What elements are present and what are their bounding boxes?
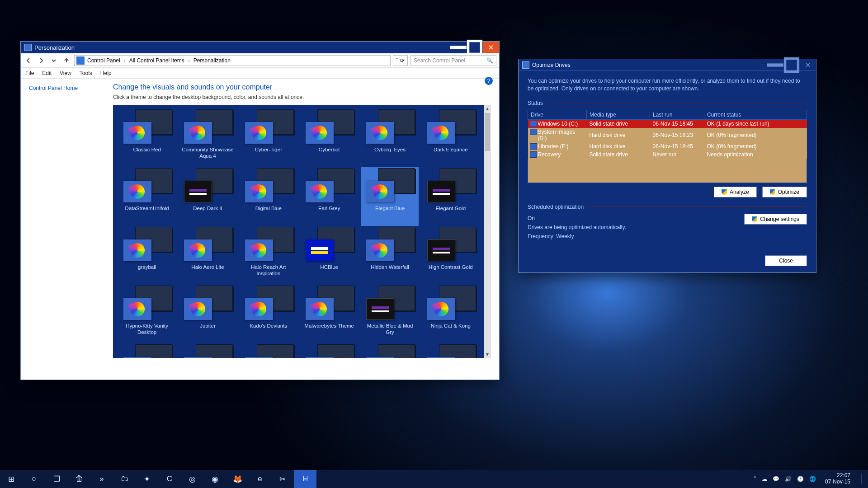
- theme-item[interactable]: [179, 343, 236, 358]
- search-input[interactable]: [414, 57, 486, 64]
- theme-item[interactable]: High Contrast Gold: [422, 226, 479, 285]
- maximize-button[interactable]: [783, 59, 800, 70]
- tray-action-center[interactable]: 💬: [773, 476, 779, 482]
- theme-item[interactable]: Halo Aero Lite: [179, 226, 236, 285]
- theme-item[interactable]: Cyberbot: [301, 108, 358, 167]
- back-button[interactable]: [24, 56, 33, 66]
- breadcrumb-segment[interactable]: Personalization: [193, 57, 231, 64]
- taskbar-task-view[interactable]: ❐: [45, 470, 68, 488]
- dropdown-icon[interactable]: ˅: [396, 57, 398, 64]
- theme-item[interactable]: Elegant Gold: [422, 167, 479, 226]
- shield-icon: [770, 189, 775, 195]
- scroll-down-icon[interactable]: ▾: [484, 351, 491, 358]
- theme-item[interactable]: Earl Grey: [301, 167, 358, 226]
- tray-volume[interactable]: 🔊: [785, 476, 792, 482]
- drive-row[interactable]: Windows 10 (C:)Solid state drive06-Nov-1…: [528, 119, 807, 128]
- theme-item[interactable]: [422, 343, 479, 358]
- theme-item[interactable]: grayball: [118, 226, 175, 285]
- theme-label: Hypno-Kitty Vanity Desktop: [120, 323, 174, 336]
- minimize-button[interactable]: [450, 42, 467, 53]
- change-settings-button[interactable]: Change settings: [744, 214, 807, 225]
- theme-item[interactable]: Dark Elegance: [422, 108, 479, 167]
- analyze-button[interactable]: Analyze: [714, 187, 757, 197]
- theme-item[interactable]: Deep Dark II: [179, 167, 236, 226]
- taskbar-internet-explorer[interactable]: e: [249, 470, 271, 488]
- theme-item[interactable]: [361, 343, 418, 358]
- theme-item[interactable]: Cyborg_Eyes: [361, 108, 418, 167]
- drive-row[interactable]: RecoverySolid state driveNever runNeeds …: [528, 150, 807, 159]
- menu-tools[interactable]: Tools: [80, 70, 92, 76]
- taskbar-file-explorer[interactable]: 🗂: [113, 470, 136, 488]
- theme-item[interactable]: [118, 343, 175, 358]
- theme-item[interactable]: Metallic Blue & Mud Gry: [361, 285, 418, 343]
- col-media[interactable]: Media type: [587, 110, 650, 119]
- tray-network[interactable]: 🌐: [809, 476, 816, 482]
- up-button[interactable]: [61, 56, 71, 66]
- taskbar-cortana[interactable]: ○: [23, 470, 45, 488]
- maximize-button[interactable]: [467, 42, 483, 53]
- taskbar-firefox[interactable]: 🦊: [226, 470, 249, 488]
- taskbar-app-snip[interactable]: ✂: [271, 470, 294, 488]
- taskbar-overflow[interactable]: »: [90, 470, 113, 488]
- search-icon[interactable]: 🔍: [486, 57, 493, 64]
- taskbar-start[interactable]: ⊞: [0, 470, 23, 488]
- theme-item[interactable]: Classic Red: [118, 108, 175, 167]
- forward-button[interactable]: [36, 56, 46, 66]
- theme-item[interactable]: Elegant Blue: [361, 167, 418, 226]
- taskbar-clock[interactable]: 22:07 07-Nov-15: [821, 473, 854, 485]
- theme-item[interactable]: Malwarebytes Theme: [301, 285, 358, 343]
- breadcrumb-segment[interactable]: All Control Panel Items: [129, 57, 184, 64]
- col-last[interactable]: Last run: [650, 110, 704, 119]
- minimize-button[interactable]: [767, 59, 783, 70]
- menu-edit[interactable]: Edit: [42, 70, 52, 76]
- help-icon[interactable]: ?: [485, 77, 493, 85]
- theme-item[interactable]: Halo Reach Art Inspiration: [240, 226, 297, 285]
- tray-onedrive[interactable]: ☁: [762, 476, 767, 482]
- taskbar-ccleaner[interactable]: C: [158, 470, 181, 488]
- theme-item[interactable]: Hidden Waterfall: [361, 226, 418, 285]
- taskbar-app-yellow[interactable]: ✦: [136, 470, 158, 488]
- theme-item[interactable]: [301, 343, 358, 358]
- show-desktop-button[interactable]: [861, 474, 862, 484]
- theme-item[interactable]: HCBlue: [301, 226, 358, 285]
- theme-item[interactable]: Kado's Deviants: [240, 285, 297, 343]
- drive-row[interactable]: System Images (D:)Hard disk drive06-Nov-…: [528, 128, 807, 142]
- scroll-up-icon[interactable]: ▴: [484, 105, 491, 112]
- theme-item[interactable]: DataStreamUnifold: [118, 167, 175, 226]
- theme-label: grayball: [138, 264, 156, 270]
- scroll-thumb[interactable]: [485, 113, 490, 151]
- tray-tray-up[interactable]: ˄: [754, 476, 756, 482]
- theme-item[interactable]: Community Showcase Aqua 4: [179, 108, 236, 167]
- refresh-icon[interactable]: ⟳: [400, 57, 405, 64]
- taskbar-chrome[interactable]: ◉: [203, 470, 226, 488]
- drive-row[interactable]: Libraries (F:)Hard disk drive06-Nov-15 1…: [528, 142, 807, 150]
- vertical-scrollbar[interactable]: ▴ ▾: [484, 105, 491, 358]
- close-dialog-button[interactable]: Close: [765, 255, 807, 266]
- optimize-button[interactable]: Optimize: [762, 187, 807, 197]
- search-box[interactable]: 🔍: [410, 55, 496, 66]
- taskbar-control-panel[interactable]: 🖥: [294, 470, 316, 488]
- control-panel-home-link[interactable]: Control Panel Home: [29, 85, 78, 91]
- col-drive[interactable]: Drive: [528, 110, 587, 119]
- close-button[interactable]: [483, 42, 499, 53]
- recent-locations-button[interactable]: [49, 56, 59, 66]
- menu-help[interactable]: Help: [100, 70, 112, 76]
- taskbar-app-round[interactable]: ◎: [181, 470, 203, 488]
- col-status[interactable]: Current status: [704, 110, 807, 119]
- theme-item[interactable]: [240, 343, 297, 358]
- tray-clock-face[interactable]: 🕒: [797, 476, 804, 482]
- titlebar[interactable]: Personalization: [21, 42, 499, 53]
- address-bar[interactable]: Control Panel› All Control Panel Items› …: [74, 55, 391, 66]
- close-button[interactable]: [800, 59, 816, 70]
- theme-item[interactable]: Hypno-Kitty Vanity Desktop: [118, 285, 175, 343]
- breadcrumb-segment[interactable]: Control Panel: [87, 57, 120, 64]
- menu-view[interactable]: View: [60, 70, 71, 76]
- theme-item[interactable]: Cyber-Tiger: [240, 108, 297, 167]
- control-panel-icon: 🖥: [302, 474, 309, 483]
- theme-item[interactable]: Digital Blue: [240, 167, 297, 226]
- taskbar-recycle-bin[interactable]: 🗑: [68, 470, 90, 488]
- menu-file[interactable]: File: [25, 70, 34, 76]
- theme-item[interactable]: Jupiter: [179, 285, 236, 343]
- theme-item[interactable]: Ninja Cat & Kong: [422, 285, 479, 343]
- titlebar[interactable]: Optimize Drives: [519, 59, 816, 71]
